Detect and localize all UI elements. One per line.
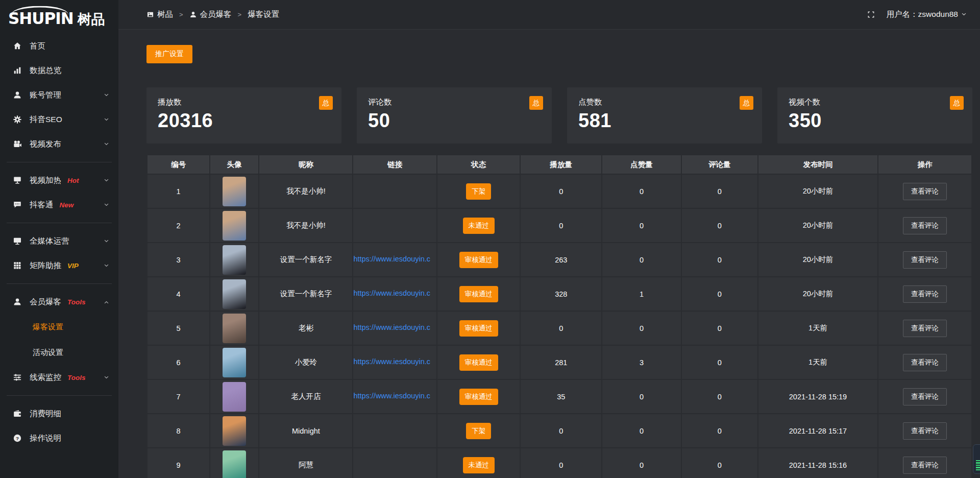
sidebar-item-consume-detail[interactable]: 消费明细 (0, 401, 118, 426)
sidebar-item-label: 抖客通 (30, 200, 54, 210)
floating-helper-widget[interactable] (973, 444, 980, 474)
fullscreen-icon[interactable] (867, 10, 875, 19)
view-comments-button[interactable]: 查看评论 (903, 183, 947, 200)
table-row: 1我不是小帅!下架00020小时前查看评论 (148, 175, 971, 208)
sidebar-item-home[interactable]: 首页 (0, 34, 118, 58)
sidebar-item-tag: Tools (67, 374, 86, 381)
cell-publish-time: 20小时前 (758, 209, 877, 242)
avatar (223, 279, 246, 309)
cell-avatar (210, 414, 258, 447)
sidebar-item-clue-monitor[interactable]: 线索监控Tools (0, 365, 118, 390)
cell-likes: 0 (602, 209, 680, 242)
view-comments-button[interactable]: 查看评论 (903, 251, 947, 269)
avatar (223, 177, 246, 206)
status-badge[interactable]: 未通过 (463, 218, 495, 234)
video-link[interactable]: https://www.iesdouyin.c (353, 289, 430, 297)
sidebar: SHUPIN 树品 首页数据总览账号管理抖音SEO视频发布视频加热Hot抖客通N… (0, 0, 118, 478)
video-link[interactable]: https://www.iesdouyin.c (353, 323, 430, 331)
breadcrumb-item[interactable]: 会员爆客 (189, 9, 232, 20)
cell-publish-time: 1天前 (758, 346, 877, 379)
cell-likes: 0 (602, 312, 680, 345)
cell-likes: 0 (602, 243, 680, 276)
view-comments-button[interactable]: 查看评论 (903, 285, 947, 303)
breadcrumb-item[interactable]: 树品 (146, 9, 173, 20)
gear-icon (13, 115, 22, 124)
cell-status: 下架 (437, 414, 520, 447)
cell-likes: 1 (602, 277, 680, 310)
video-link[interactable]: https://www.iesdouyin.c (353, 255, 430, 263)
sidebar-item-media-operation[interactable]: 全媒体运营 (0, 229, 118, 253)
status-badge[interactable]: 审核通过 (459, 320, 498, 337)
cell-plays: 263 (521, 243, 601, 276)
column-header: 点赞量 (602, 155, 680, 174)
cell-avatar (210, 380, 258, 413)
view-comments-button[interactable]: 查看评论 (903, 354, 947, 371)
sidebar-item-account-manage[interactable]: 账号管理 (0, 83, 118, 107)
sidebar-subitem-activity-settings[interactable]: 活动设置 (0, 340, 118, 365)
view-comments-button[interactable]: 查看评论 (903, 422, 947, 440)
cell-comments: 0 (682, 448, 757, 478)
sidebar-item-douketong[interactable]: 抖客通New (0, 193, 118, 217)
user-menu[interactable]: 用户名：zswodun88 (887, 9, 967, 20)
sidebar-item-douyin-seo[interactable]: 抖音SEO (0, 107, 118, 132)
status-badge[interactable]: 下架 (466, 183, 491, 200)
sidebar-item-operation-guide[interactable]: ?操作说明 (0, 426, 118, 450)
cell-id: 1 (148, 175, 209, 208)
cell-plays: 0 (521, 209, 601, 242)
stat-card-value: 350 (789, 110, 961, 132)
cell-likes: 3 (602, 346, 680, 379)
status-badge[interactable]: 审核通过 (459, 389, 498, 405)
status-badge[interactable]: 未通过 (463, 457, 495, 473)
table-row: 5老彬https://www.iesdouyin.c审核通过0001天前查看评论 (148, 312, 971, 345)
cell-link: https://www.iesdouyin.c (353, 243, 436, 276)
view-comments-button[interactable]: 查看评论 (903, 457, 947, 474)
status-badge[interactable]: 下架 (466, 423, 491, 439)
table-row: 2我不是小帅!未通过00020小时前查看评论 (148, 209, 971, 242)
sidebar-divider (7, 162, 112, 162)
sidebar-subitem-baoke-settings[interactable]: 爆客设置 (0, 314, 118, 340)
chevron-down-icon (104, 178, 109, 183)
avatar (223, 348, 246, 377)
column-header: 头像 (210, 155, 258, 174)
cell-nickname: 我不是小帅! (259, 209, 352, 242)
sidebar-divider (7, 283, 112, 284)
monitor-icon (13, 236, 22, 246)
cell-comments: 0 (682, 312, 757, 345)
sidebar-item-label: 视频发布 (30, 139, 61, 150)
cell-avatar (210, 312, 258, 345)
cell-status: 未通过 (437, 448, 520, 478)
cell-id: 6 (148, 346, 209, 379)
sidebar-item-member-baoke[interactable]: 会员爆客Tools (0, 290, 118, 314)
total-badge: 总 (950, 96, 964, 110)
sidebar-item-label: 首页 (30, 41, 45, 52)
cell-actions: 查看评论 (878, 346, 971, 379)
table-row: 7老人开店https://www.iesdouyin.c审核通过35002021… (148, 380, 971, 413)
sidebar-item-video-heat[interactable]: 视频加热Hot (0, 168, 118, 193)
sidebar-item-video-publish[interactable]: 视频发布 (0, 132, 118, 156)
breadcrumb-item[interactable]: 爆客设置 (248, 9, 279, 20)
chevron-down-icon (104, 238, 109, 244)
video-link[interactable]: https://www.iesdouyin.c (353, 357, 430, 366)
sidebar-item-label: 抖音SEO (30, 114, 62, 125)
avatar (223, 314, 246, 343)
view-comments-button[interactable]: 查看评论 (903, 320, 947, 337)
status-badge[interactable]: 审核通过 (459, 252, 498, 268)
cell-id: 9 (148, 448, 209, 478)
svg-text:?: ? (16, 436, 19, 441)
table-row: 9阿慧未通过0002021-11-28 15:16查看评论 (148, 448, 971, 478)
video-link[interactable]: https://www.iesdouyin.c (353, 392, 430, 400)
total-badge: 总 (319, 96, 333, 110)
status-badge[interactable]: 审核通过 (459, 354, 498, 371)
sidebar-item-data-overview[interactable]: 数据总览 (0, 58, 118, 83)
user-icon (189, 11, 197, 18)
view-comments-button[interactable]: 查看评论 (903, 217, 947, 234)
sidebar-item-matrix-boost[interactable]: 矩阵助推VIP (0, 253, 118, 278)
cell-likes: 0 (602, 448, 680, 478)
view-comments-button[interactable]: 查看评论 (903, 388, 947, 405)
promo-settings-button[interactable]: 推广设置 (146, 45, 192, 63)
sidebar-item-label: 全媒体运营 (30, 236, 69, 247)
chevron-down-icon (961, 10, 967, 19)
chevron-down-icon (104, 263, 109, 269)
status-badge[interactable]: 审核通过 (459, 286, 498, 302)
table-row: 8Midnight下架0002021-11-28 15:17查看评论 (148, 414, 971, 447)
